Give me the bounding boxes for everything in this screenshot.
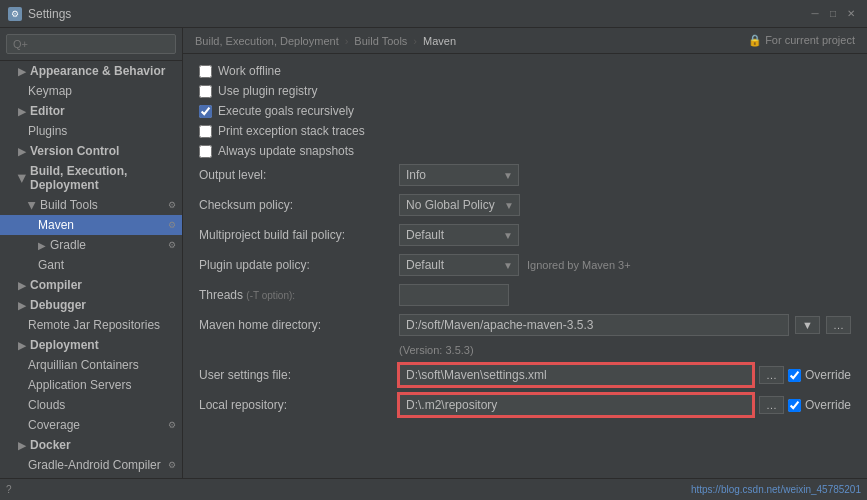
sidebar-label: Gradle bbox=[50, 238, 86, 252]
user-settings-label: User settings file: bbox=[199, 368, 399, 382]
bottom-link[interactable]: https://blog.csdn.net/weixin_45785201 bbox=[691, 484, 861, 495]
sidebar-item-coverage[interactable]: Coverage ⚙ bbox=[0, 415, 182, 435]
window-title: Settings bbox=[28, 7, 71, 21]
sidebar-item-editor[interactable]: ▶ Editor bbox=[0, 101, 182, 121]
arrow-icon: ▶ bbox=[18, 66, 26, 77]
checksum-policy-select[interactable]: No Global Policy Warn Fail bbox=[399, 194, 520, 216]
execute-goals-label: Execute goals recursively bbox=[218, 104, 354, 118]
sidebar-item-docker[interactable]: ▶ Docker bbox=[0, 435, 182, 455]
output-level-select[interactable]: Info Debug Warn Error bbox=[399, 164, 519, 186]
breadcrumb-part1: Build, Execution, Deployment bbox=[195, 35, 339, 47]
always-update-label: Always update snapshots bbox=[218, 144, 354, 158]
maven-home-browse-button[interactable]: ▼ bbox=[795, 316, 820, 334]
sidebar-item-gradle[interactable]: ▶ Gradle ⚙ bbox=[0, 235, 182, 255]
minimize-button[interactable]: ─ bbox=[807, 6, 823, 22]
maven-home-input[interactable] bbox=[399, 314, 789, 336]
execute-goals-checkbox[interactable] bbox=[199, 105, 212, 118]
arrow-icon: ▶ bbox=[18, 440, 26, 451]
sidebar-label: Debugger bbox=[30, 298, 86, 312]
sidebar-label: Build, Execution, Deployment bbox=[30, 164, 176, 192]
sidebar-item-plugins[interactable]: Plugins bbox=[0, 121, 182, 141]
plugin-update-select[interactable]: Default Always Never bbox=[399, 254, 519, 276]
sidebar-label: Gant bbox=[38, 258, 64, 272]
multiproject-build-select-wrap: Default Fail at End Make Depend Non Recu… bbox=[399, 224, 519, 246]
main-content: ▶ Appearance & Behavior Keymap ▶ Editor … bbox=[0, 28, 867, 478]
threads-label: Threads (-T option): bbox=[199, 288, 399, 302]
user-settings-row: User settings file: … Override bbox=[199, 364, 851, 386]
sidebar-item-debugger[interactable]: ▶ Debugger bbox=[0, 295, 182, 315]
sidebar-item-gant[interactable]: Gant bbox=[0, 255, 182, 275]
breadcrumb-part2: Build Tools bbox=[354, 35, 407, 47]
sidebar-item-app-servers[interactable]: Application Servers bbox=[0, 375, 182, 395]
output-level-label: Output level: bbox=[199, 168, 399, 182]
breadcrumb: Build, Execution, Deployment › Build Too… bbox=[183, 28, 867, 54]
sidebar-item-appearance[interactable]: ▶ Appearance & Behavior bbox=[0, 61, 182, 81]
work-offline-label: Work offline bbox=[218, 64, 281, 78]
sidebar-item-maven[interactable]: Maven ⚙ bbox=[0, 215, 182, 235]
use-plugin-registry-checkbox[interactable] bbox=[199, 85, 212, 98]
sidebar-item-arquillian[interactable]: Arquillian Containers bbox=[0, 355, 182, 375]
checkbox-use-plugin: Use plugin registry bbox=[199, 84, 851, 98]
user-settings-input[interactable] bbox=[399, 364, 753, 386]
arrow-icon: ▶ bbox=[38, 240, 46, 251]
user-settings-override-checkbox[interactable] bbox=[788, 369, 801, 382]
local-repo-field-wrap: … bbox=[399, 394, 784, 416]
maximize-button[interactable]: □ bbox=[825, 6, 841, 22]
for-current-label: 🔒 For current project bbox=[748, 34, 855, 47]
sidebar-label: Maven bbox=[38, 218, 74, 232]
window-icon: ⚙ bbox=[8, 7, 22, 21]
sidebar-item-clouds[interactable]: Clouds bbox=[0, 395, 182, 415]
title-bar: ⚙ Settings ─ □ ✕ bbox=[0, 0, 867, 28]
checksum-policy-label: Checksum policy: bbox=[199, 198, 399, 212]
local-repo-label: Local repository: bbox=[199, 398, 399, 412]
sidebar-item-build-tools[interactable]: ▶ Build Tools ⚙ bbox=[0, 195, 182, 215]
user-settings-browse-button[interactable]: … bbox=[759, 366, 784, 384]
local-repo-override-label: Override bbox=[805, 398, 851, 412]
sidebar-item-build-execution[interactable]: ▶ Build, Execution, Deployment bbox=[0, 161, 182, 195]
arrow-icon: ▶ bbox=[27, 201, 38, 209]
sidebar-label: Coverage bbox=[28, 418, 80, 432]
settings-icon: ⚙ bbox=[168, 240, 176, 250]
search-input[interactable] bbox=[6, 34, 176, 54]
sidebar-item-gradle-android[interactable]: Gradle-Android Compiler ⚙ bbox=[0, 455, 182, 475]
local-repo-override-checkbox[interactable] bbox=[788, 399, 801, 412]
checkbox-always-update: Always update snapshots bbox=[199, 144, 851, 158]
sidebar-label: Docker bbox=[30, 438, 71, 452]
maven-home-row: Maven home directory: ▼ … bbox=[199, 314, 851, 336]
plugin-update-label: Plugin update policy: bbox=[199, 258, 399, 272]
sidebar-item-compiler[interactable]: ▶ Compiler bbox=[0, 275, 182, 295]
multiproject-build-select[interactable]: Default Fail at End Make Depend Non Recu… bbox=[399, 224, 519, 246]
sidebar-item-version-control[interactable]: ▶ Version Control bbox=[0, 141, 182, 161]
print-exception-label: Print exception stack traces bbox=[218, 124, 365, 138]
sidebar-item-remote-jar[interactable]: Remote Jar Repositories bbox=[0, 315, 182, 335]
search-bar bbox=[0, 28, 182, 61]
sidebar-label: Compiler bbox=[30, 278, 82, 292]
local-repo-browse-button[interactable]: … bbox=[759, 396, 784, 414]
always-update-checkbox[interactable] bbox=[199, 145, 212, 158]
sidebar: ▶ Appearance & Behavior Keymap ▶ Editor … bbox=[0, 28, 183, 478]
settings-icon: ⚙ bbox=[168, 460, 176, 470]
checksum-policy-select-wrap: No Global Policy Warn Fail ▼ bbox=[399, 194, 520, 216]
local-repo-input[interactable] bbox=[399, 394, 753, 416]
arrow-icon: ▶ bbox=[18, 106, 26, 117]
local-repo-row: Local repository: … Override bbox=[199, 394, 851, 416]
sidebar-item-deployment[interactable]: ▶ Deployment bbox=[0, 335, 182, 355]
maven-home-more-button[interactable]: … bbox=[826, 316, 851, 334]
sidebar-item-keymap[interactable]: Keymap bbox=[0, 81, 182, 101]
arrow-icon: ▶ bbox=[18, 280, 26, 291]
sidebar-label: Remote Jar Repositories bbox=[28, 318, 160, 332]
content-area: Build, Execution, Deployment › Build Too… bbox=[183, 28, 867, 478]
settings-icon: ⚙ bbox=[168, 200, 176, 210]
threads-input[interactable] bbox=[399, 284, 509, 306]
checkbox-print-exception: Print exception stack traces bbox=[199, 124, 851, 138]
checkbox-execute-goals: Execute goals recursively bbox=[199, 104, 851, 118]
maven-version-text: (Version: 3.5.3) bbox=[199, 344, 851, 356]
close-button[interactable]: ✕ bbox=[843, 6, 859, 22]
help-button[interactable]: ? bbox=[6, 484, 12, 495]
settings-icon: ⚙ bbox=[168, 420, 176, 430]
work-offline-checkbox[interactable] bbox=[199, 65, 212, 78]
print-exception-checkbox[interactable] bbox=[199, 125, 212, 138]
sidebar-label: Version Control bbox=[30, 144, 119, 158]
user-settings-override-label: Override bbox=[805, 368, 851, 382]
sidebar-label: Clouds bbox=[28, 398, 65, 412]
